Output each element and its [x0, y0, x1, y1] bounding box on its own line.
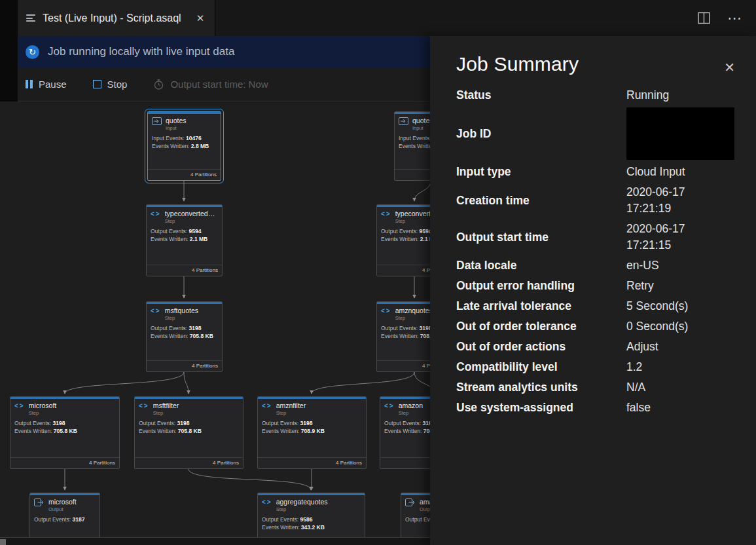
node-stat: Output Events: 3198 [139, 419, 239, 427]
summary-value: 5 Second(s) [626, 298, 688, 314]
node-subtitle: Step [165, 315, 218, 321]
summary-value: 2020-06-17 17:21:19 [626, 184, 685, 217]
step-node-icon: <> [384, 402, 395, 410]
step-node-icon: <> [151, 307, 161, 315]
split-editor-icon[interactable] [698, 12, 710, 24]
summary-row-out-of-order-actions: Out of order actionsAdjust [456, 339, 738, 355]
node-stats: Input Events: 10476Events Written: 2.8 M… [148, 132, 221, 150]
job-summary-panel: Job Summary ✕ StatusRunningJob IDInput t… [430, 36, 756, 545]
node-stat: Events Written: 2.8 MB [152, 142, 217, 150]
node-title: msftfilter [153, 402, 239, 409]
node-subtitle: Step [153, 410, 239, 416]
job-id-redacted-value [626, 107, 734, 160]
diagram-node-msftfilter[interactable]: <>msftfilterStepOutput Events: 3198Event… [134, 396, 243, 469]
stop-icon [93, 80, 101, 88]
node-title: msftquotes [165, 307, 218, 314]
node-title: amznfilter [276, 402, 362, 409]
node-subtitle: Output [48, 506, 96, 512]
node-stat: Input Events: 10476 [152, 134, 217, 142]
node-stat: Output Events: 9586 [262, 516, 361, 523]
node-partitions: 4 Partitions [258, 457, 366, 468]
input-node-icon [152, 117, 162, 125]
panel-title: Job Summary [456, 53, 738, 75]
close-tab-icon[interactable]: ✕ [196, 12, 205, 24]
summary-row-job-id: Job ID [456, 107, 738, 160]
node-partitions: 4 Partitions [147, 360, 222, 371]
edge-msftquotes-to-microsoft [65, 372, 184, 394]
step-node-icon: <> [262, 402, 272, 410]
diagram-node-microsoft-output[interactable]: microsoftOutputOutput Events: 3187 [29, 493, 100, 537]
node-stat: Events Written: 705.8 KB [139, 427, 239, 435]
diagram-node-typeconvertedquotes[interactable]: <>typeconvertedquot...StepOutput Events:… [146, 204, 223, 276]
summary-row-compatibility-level: Compatibility level1.2 [456, 359, 738, 375]
summary-row-output-start-time: Output start time2020-06-17 17:21:15 [456, 221, 738, 254]
output-node-icon [34, 498, 45, 506]
more-actions-icon[interactable]: ⋯ [727, 11, 742, 26]
step-node-icon: <> [14, 402, 25, 410]
pause-icon [26, 80, 33, 88]
summary-label: Creation time [456, 194, 626, 208]
job-summary-rows: StatusRunningJob IDInput typeCloud Input… [456, 87, 738, 416]
tab-bar: Test (Live Input) - Script.asaql ✕ ⋯ [18, 0, 756, 36]
diagram-node-msftquotes[interactable]: <>msftquotesStepOutput Events: 3198Event… [146, 301, 223, 372]
node-stat: Events Written: 2.1 MB [151, 235, 218, 243]
node-stats: Output Events: 9586Events Written: 343.2… [258, 514, 365, 531]
summary-label: Use system-assigned [456, 401, 626, 415]
summary-value: Retry [626, 278, 654, 294]
diagram-node-microsoft-step[interactable]: <>microsoftStepOutput Events: 3198Events… [10, 396, 120, 469]
stop-button[interactable]: Stop [93, 79, 128, 90]
summary-value: Adjust [626, 339, 658, 355]
scrollbar-thumb[interactable] [0, 539, 6, 545]
node-title: aggregatequotes [276, 498, 361, 506]
node-stat: Events Written: 343.2 KB [262, 523, 361, 531]
node-subtitle: Step [29, 410, 115, 416]
node-partitions: 4 Partitions [135, 457, 243, 468]
summary-row-status: StatusRunning [456, 87, 738, 103]
summary-value: 2020-06-17 17:21:15 [626, 221, 685, 254]
node-subtitle: Input [166, 125, 217, 131]
summary-value: 1.2 [626, 359, 642, 375]
node-partitions: 4 Partitions [148, 169, 221, 180]
tab-bar-actions: ⋯ [698, 0, 756, 36]
edge-msftfilter-to-aggregatequotes [189, 469, 311, 490]
edge-amznquotes-to-amznfilter [312, 372, 414, 394]
node-stat: Output Events: 3187 [34, 516, 96, 523]
node-stat: Output Events: 9594 [151, 227, 218, 235]
node-title: microsoft [48, 498, 96, 506]
diagram-node-aggregatequotes[interactable]: <>aggregatequotesStepOutput Events: 9586… [257, 493, 365, 537]
summary-row-use-system-assigned: Use system-assignedfalse [456, 400, 738, 416]
summary-row-data-locale: Data localeen-US [456, 257, 738, 274]
step-node-icon: <> [151, 210, 161, 218]
close-panel-icon[interactable]: ✕ [724, 60, 735, 75]
summary-value: en-US [626, 257, 659, 274]
summary-row-creation-time: Creation time2020-06-17 17:21:19 [456, 184, 738, 217]
node-stats: Output Events: 3198Events Written: 708.9… [258, 417, 366, 435]
stop-label: Stop [107, 79, 128, 90]
edge-msftquotes-to-msftfilter [184, 372, 189, 394]
step-node-icon: <> [139, 402, 149, 410]
input-node-icon [399, 117, 408, 125]
node-stat: Output Events: 3198 [262, 419, 362, 427]
summary-row-output-error-handling: Output error handlingRetry [456, 278, 738, 294]
node-subtitle: Step [276, 410, 362, 416]
node-title: microsoft [29, 402, 115, 409]
node-stats: Output Events: 9594Events Written: 2.1 M… [147, 225, 222, 243]
diagram-node-amznfilter[interactable]: <>amznfilterStepOutput Events: 3198Event… [257, 396, 367, 469]
node-subtitle: Step [276, 506, 361, 512]
node-stats: Output Events: 3198Events Written: 705.8… [147, 322, 222, 340]
summary-label: Out of order actions [456, 340, 626, 354]
summary-value: Cloud Input [626, 164, 685, 180]
node-title: typeconvertedquot... [165, 210, 218, 217]
pause-button[interactable]: Pause [26, 79, 67, 90]
diagram-node-quotes[interactable]: quotesInputInput Events: 10476Events Wri… [147, 111, 221, 181]
summary-row-input-type: Input typeCloud Input [456, 164, 738, 180]
summary-label: Data locale [456, 259, 626, 272]
summary-label: Out of order tolerance [456, 320, 626, 333]
edge-quotes2-to-typeconvertedquotes2 [414, 181, 431, 201]
summary-label: Compatibility level [456, 360, 626, 374]
tab-title: Test (Live Input) - Script.asaql [43, 12, 181, 24]
node-stats: Output Events: 3198Events Written: 705.8… [10, 417, 119, 435]
tab-script-asaql[interactable]: Test (Live Input) - Script.asaql ✕ [18, 0, 215, 36]
node-stat: Output Events: 3198 [14, 419, 115, 427]
output-start-time-button[interactable]: Output start time: Now [153, 79, 268, 90]
